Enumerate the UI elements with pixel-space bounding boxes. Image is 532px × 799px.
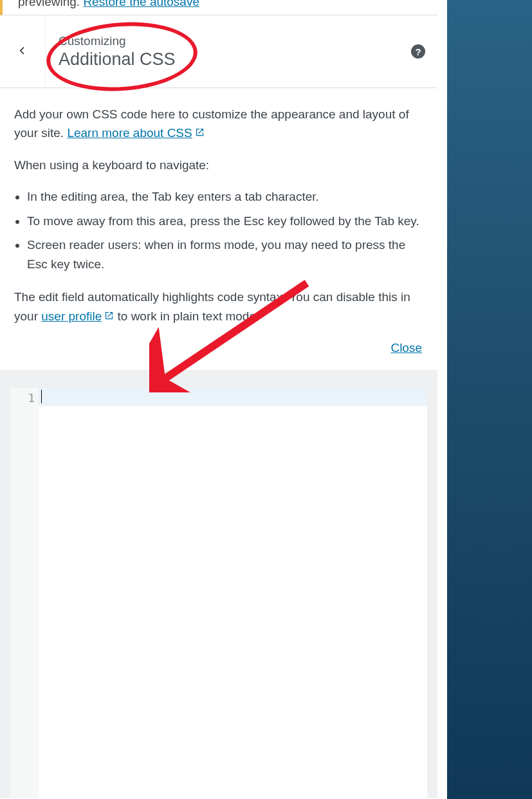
code-input[interactable] (39, 388, 427, 798)
help-button[interactable]: ? (411, 44, 425, 59)
line-number: 1 (10, 392, 35, 405)
user-profile-link[interactable]: user profile (41, 309, 114, 323)
list-item: Screen reader users: when in forms mode,… (27, 235, 423, 273)
list-item: In the editing area, the Tab key enters … (27, 187, 423, 206)
chevron-left-icon (17, 44, 28, 59)
customizer-panel: previewing. Restore the autosave Customi… (0, 0, 437, 799)
panel-title-block: Customizing Additional CSS (46, 34, 399, 69)
panel-header: Customizing Additional CSS ? (0, 15, 437, 88)
keyboard-instructions-list: In the editing area, the Tab key enters … (14, 187, 423, 273)
syntax-paragraph: The edit field automatically highlights … (14, 288, 423, 326)
question-mark-icon: ? (415, 46, 421, 57)
description-section: Add your own CSS code here to customize … (0, 88, 437, 370)
back-button[interactable] (0, 15, 46, 87)
panel-title: Additional CSS (59, 50, 399, 69)
close-link[interactable]: Close (390, 341, 422, 354)
preview-area-background (447, 0, 532, 799)
autosave-notice: previewing. Restore the autosave (0, 0, 437, 15)
line-gutter: 1 (10, 388, 39, 798)
external-link-icon (195, 124, 205, 133)
active-line (39, 388, 427, 406)
external-link-icon (104, 307, 114, 317)
css-editor[interactable]: 1 (10, 388, 427, 798)
learn-more-css-link[interactable]: Learn more about CSS (67, 126, 204, 140)
notice-prefix: previewing. (18, 0, 80, 8)
restore-autosave-link[interactable]: Restore the autosave (83, 0, 199, 8)
list-item: To move away from this area, press the E… (27, 212, 423, 230)
panel-eyebrow: Customizing (59, 34, 399, 48)
keyboard-heading: When using a keyboard to navigate: (14, 156, 423, 174)
intro-paragraph: Add your own CSS code here to customize … (14, 105, 423, 143)
text-cursor (41, 390, 42, 403)
editor-wrapper: 1 (0, 370, 437, 798)
